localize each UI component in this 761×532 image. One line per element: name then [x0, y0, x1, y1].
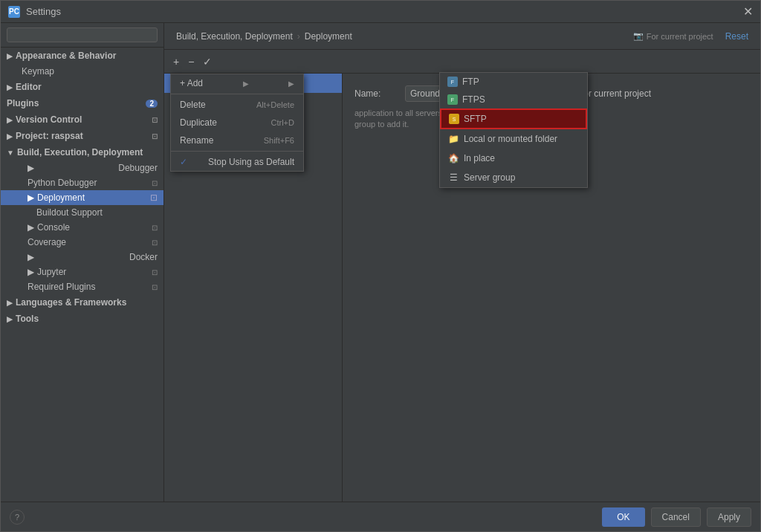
sync-icon: ⊡ — [150, 192, 158, 203]
sidebar-item-label: Tools — [16, 314, 39, 324]
sidebar-item-label: Languages & Frameworks — [16, 297, 126, 308]
reset-button[interactable]: Reset — [725, 31, 748, 42]
main-content: ▶ Appearance & Behavior Keymap ▶ Editor … — [1, 23, 760, 502]
remove-button[interactable]: − — [185, 54, 197, 69]
sidebar-item-label: Deployment — [37, 192, 150, 203]
breadcrumb-part1: Build, Execution, Deployment — [176, 31, 293, 42]
sidebar-item-editor[interactable]: ▶ Editor — [1, 79, 163, 95]
sidebar-item-jupyter[interactable]: ▶ Jupyter ⊡ — [1, 265, 163, 279]
sync-icon: ⊡ — [152, 283, 158, 291]
sync-icon: ⊡ — [152, 116, 158, 124]
sidebar-item-project[interactable]: ▶ Project: raspsat ⊡ — [1, 128, 163, 144]
window-title: Settings — [26, 6, 743, 17]
bottom-left: ? — [10, 510, 25, 525]
arrow-icon: ▶ — [7, 315, 13, 323]
sidebar-item-keymap[interactable]: Keymap — [1, 64, 163, 79]
breadcrumb-part2: Deployment — [305, 31, 352, 42]
add-button[interactable]: + — [170, 54, 182, 69]
app-icon: PC — [8, 6, 20, 18]
sidebar-item-label: Buildout Support — [36, 207, 103, 218]
sidebar-item-debugger[interactable]: ▶ Debugger — [1, 160, 163, 175]
sidebar-item-plugins[interactable]: Plugins 2 — [1, 95, 163, 111]
breadcrumb-separator: › — [297, 31, 300, 42]
arrow-icon: ▼ — [7, 149, 14, 157]
title-bar: PC Settings ✕ — [1, 1, 760, 23]
sidebar-item-label: Required Plugins — [27, 282, 152, 292]
name-row: Name: For current project — [354, 85, 748, 102]
arrow-icon: ▶ — [7, 52, 13, 60]
arrow-icon: ▶ — [7, 299, 13, 307]
sidebar-item-coverage[interactable]: Coverage ⊡ — [1, 235, 163, 250]
description-text: application to all servers at once, or t… — [354, 108, 726, 131]
search-input[interactable] — [7, 27, 158, 42]
sidebar-item-docker[interactable]: ▶ Docker — [1, 250, 163, 265]
for-current-project-label: For current project — [578, 88, 651, 99]
sidebar-search-container — [1, 23, 163, 48]
sidebar-item-label: Project: raspsat — [16, 131, 152, 141]
right-panel: Build, Execution, Deployment › Deploymen… — [164, 23, 760, 502]
deployment-content: ≡ GroundControlAndOrbit Name: For curren… — [164, 74, 760, 502]
sidebar: ▶ Appearance & Behavior Keymap ▶ Editor … — [1, 23, 164, 502]
sidebar-item-label: Jupyter — [37, 267, 152, 277]
sync-icon: ⊡ — [152, 179, 158, 187]
server-detail: Name: For current project application to… — [343, 74, 760, 502]
sidebar-item-deployment[interactable]: ▶ Deployment ⊡ — [1, 190, 163, 205]
sidebar-item-label: Coverage — [27, 237, 152, 247]
arrow-icon: ▶ — [7, 116, 13, 124]
plugins-badge: 2 — [146, 100, 158, 108]
name-input[interactable] — [405, 85, 554, 102]
server-icon: ≡ — [170, 78, 181, 88]
sidebar-item-label: Editor — [16, 82, 42, 92]
close-button[interactable]: ✕ — [743, 4, 753, 19]
arrow-icon: ▶ — [7, 83, 13, 91]
cancel-button[interactable]: Cancel — [651, 507, 701, 527]
ok-button[interactable]: OK — [602, 507, 644, 527]
check-button[interactable]: ✓ — [200, 54, 215, 69]
sidebar-item-python-debugger[interactable]: Python Debugger ⊡ — [1, 175, 163, 190]
arrow-icon: ▶ — [7, 132, 13, 140]
apply-button[interactable]: Apply — [707, 507, 751, 527]
camera-icon: 📷 — [633, 31, 644, 41]
sidebar-item-label: Build, Execution, Deployment — [17, 147, 143, 158]
panel-header: Build, Execution, Deployment › Deploymen… — [164, 23, 760, 50]
sidebar-item-build[interactable]: ▼ Build, Execution, Deployment — [1, 144, 163, 160]
sidebar-item-label: Version Control — [16, 114, 152, 125]
server-list: ≡ GroundControlAndOrbit — [164, 74, 343, 502]
bottom-right: OK Cancel Apply — [602, 507, 751, 527]
sidebar-item-label: Python Debugger — [27, 178, 97, 188]
sidebar-item-label: Console — [37, 222, 152, 233]
deployment-panel: + − ✓ ≡ GroundControlAndOrbit — [164, 50, 760, 502]
sync-icon: ⊡ — [152, 132, 158, 140]
sidebar-item-required-plugins[interactable]: Required Plugins ⊡ — [1, 279, 163, 294]
sync-icon: ⊡ — [152, 239, 158, 247]
server-list-item[interactable]: ≡ GroundControlAndOrbit — [164, 74, 342, 93]
name-label: Name: — [354, 88, 399, 99]
sidebar-item-languages[interactable]: ▶ Languages & Frameworks — [1, 294, 163, 311]
sidebar-item-label: Docker — [129, 252, 158, 262]
sidebar-item-buildout[interactable]: Buildout Support — [1, 205, 163, 220]
breadcrumb: Build, Execution, Deployment › Deploymen… — [176, 31, 352, 42]
sidebar-item-label: Keymap — [22, 66, 54, 77]
header-right: 📷 For current project Reset — [633, 31, 748, 42]
sync-icon: ⊡ — [152, 224, 158, 232]
sidebar-item-console[interactable]: ▶ Console ⊡ — [1, 220, 163, 235]
for-current-project-header: 📷 For current project — [633, 31, 713, 41]
deployment-toolbar: + − ✓ — [164, 50, 760, 74]
sidebar-item-tools[interactable]: ▶ Tools — [1, 311, 163, 327]
server-name: GroundControlAndOrbit — [185, 78, 279, 88]
sidebar-item-label: Debugger — [118, 163, 158, 173]
sidebar-item-version-control[interactable]: ▶ Version Control ⊡ — [1, 111, 163, 128]
sync-icon: ⊡ — [152, 268, 158, 276]
bottom-bar: ? OK Cancel Apply — [1, 502, 760, 531]
sidebar-item-appearance[interactable]: ▶ Appearance & Behavior — [1, 48, 163, 64]
sidebar-item-label: Appearance & Behavior — [16, 51, 116, 61]
settings-window: PC Settings ✕ ▶ Appearance & Behavior Ke… — [0, 0, 761, 532]
sidebar-item-label: Plugins — [7, 98, 146, 108]
for-current-project-checkbox[interactable] — [560, 89, 569, 99]
help-button[interactable]: ? — [10, 510, 25, 525]
